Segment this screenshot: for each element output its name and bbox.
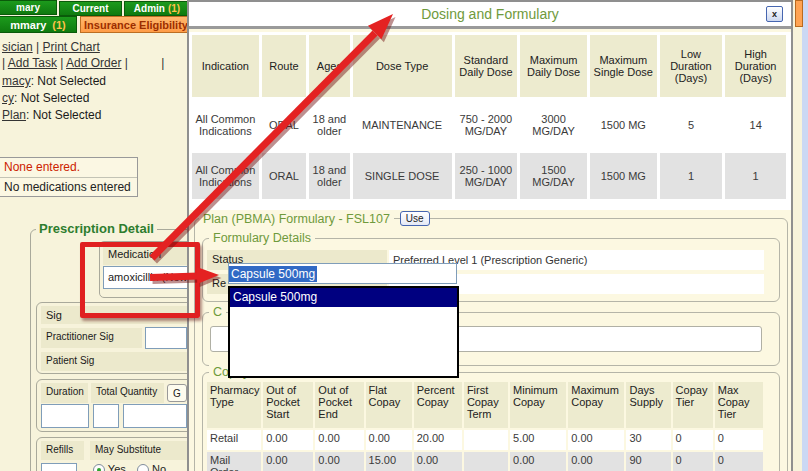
listbox-option[interactable]: Capsule 500mg — [230, 288, 457, 307]
col-header: Low Duration (Days) — [660, 35, 723, 97]
quantity-calc-button[interactable]: G — [167, 384, 187, 402]
practitioner-sig-input[interactable] — [145, 327, 187, 349]
formulary-details-legend: Formulary Details — [209, 231, 315, 245]
col-header: Out of Pocket End — [315, 382, 363, 428]
col-header: Out of Pocket Start — [263, 382, 313, 428]
chart-links-row1: sician | Print Chart — [2, 40, 100, 54]
col-header: Max Copay Tier — [715, 382, 763, 428]
substitute-no-radio[interactable] — [137, 464, 149, 471]
add-order-link[interactable]: Add Order — [66, 56, 121, 70]
duration-input[interactable] — [41, 404, 89, 428]
tab-summary[interactable]: mmary (1) — [0, 16, 77, 33]
dose-form-listbox: Capsule 500mg — [228, 286, 459, 378]
pharmacy-selection: macy: Not Selected — [2, 74, 106, 88]
tab-edge-fragment — [795, 0, 803, 27]
dosing-row-single-dose: All Common Indications ORAL 18 and older… — [192, 153, 786, 199]
duration-label: Duration — [41, 383, 88, 403]
combobox-selected-text: Capsule 500mg — [229, 266, 317, 282]
summary-count-badge: (1) — [52, 19, 65, 31]
tab-insurance-eligibility[interactable]: Insurance Eligibility — [80, 16, 192, 33]
close-icon[interactable]: x — [766, 6, 783, 22]
screen: mary Current Admin (1) mmary (1) Insuran… — [0, 0, 808, 471]
dose-form-combobox[interactable]: Capsule 500mg — [228, 263, 457, 284]
allergies-none-entered: None entered. — [0, 158, 137, 177]
may-substitute-label: May Substitute — [90, 441, 187, 460]
substitute-yes-radio[interactable] — [93, 464, 105, 471]
col-header: Dose Type — [353, 35, 452, 97]
patient-sig-label: Patient Sig — [41, 352, 187, 371]
plan-selection: Plan: Not Selected — [2, 108, 101, 122]
col-header: Ages — [309, 35, 349, 97]
copay-row-retail: Retail 0.00 0.00 0.00 20.00 5.00 0.00 30… — [207, 430, 763, 450]
practitioner-sig-label: Practitioner Sig — [41, 328, 142, 348]
col-header: Minimum Copay — [510, 382, 566, 428]
print-chart-link[interactable]: Print Chart — [43, 40, 100, 54]
dosing-table: Indication Route Ages Dose Type Standard… — [189, 32, 789, 202]
dosing-formulary-dialog: Dosing and Formulary x Indication Route … — [187, 0, 793, 471]
add-task-link[interactable]: Add Task — [8, 56, 57, 70]
medications-alert-box: None entered. No medications entered — [0, 157, 138, 197]
col-header: Copay Tier — [673, 382, 713, 428]
col-header: Pharmacy Type — [207, 382, 261, 428]
use-button[interactable]: Use — [400, 211, 430, 226]
dialog-title-bar: Dosing and Formulary — [189, 2, 791, 29]
policy-selection: cy: Not Selected — [2, 91, 89, 105]
no-medications-entered: No medications entered — [0, 177, 137, 196]
physician-link[interactable]: sician — [2, 40, 33, 54]
refills-input[interactable] — [41, 463, 77, 471]
chart-links-row2: | Add Task | Add Order | | — [2, 56, 164, 70]
coverage-legend: C — [209, 305, 226, 319]
total-quantity-unit-input[interactable] — [123, 404, 187, 428]
copay-table: Pharmacy Type Out of Pocket Start Out of… — [205, 380, 765, 471]
dialog-title: Dosing and Formulary — [421, 6, 559, 22]
plan-formulary-legend-row: Plan (PBMA) Formulary - FSL107Use — [199, 211, 430, 226]
col-header: Maximum Single Dose — [590, 35, 657, 97]
total-quantity-label: Total Quantity — [91, 383, 164, 403]
col-header: Percent Copay — [414, 382, 462, 428]
tab-admin[interactable]: Admin (1) — [124, 1, 190, 16]
col-header: High Duration (Days) — [725, 35, 786, 97]
admin-count-badge: (1) — [168, 3, 180, 14]
medication-highlight-rectangle — [80, 242, 200, 318]
policy-link[interactable]: cy — [2, 91, 14, 105]
prescription-detail-legend: Prescription Detail — [36, 221, 157, 236]
dosing-table-area: Indication Route Ages Dose Type Standard… — [189, 32, 791, 210]
tab-current[interactable]: Current — [59, 1, 122, 16]
col-header: Maximum Daily Dose — [520, 35, 587, 97]
plan-link[interactable]: Plan — [2, 108, 26, 122]
refills-label: Refills — [41, 441, 84, 460]
dosing-row-maintenance: All Common Indications ORAL 18 and older… — [192, 100, 786, 150]
col-header: Flat Copay — [366, 382, 412, 428]
col-header: Days Supply — [626, 382, 670, 428]
may-substitute-options: Yes No — [93, 463, 166, 471]
tab-summary-top[interactable]: mary — [0, 0, 57, 15]
page-scrollbar[interactable] — [802, 0, 808, 471]
col-header: Maximum Copay — [568, 382, 624, 428]
col-header: First Copay Term — [464, 382, 508, 428]
plan-formulary-legend: Plan (PBMA) Formulary - FSL107 — [199, 212, 394, 226]
copay-row-mail-order: Mail Order 0.00 0.00 15.00 0.00 0.00 0.0… — [207, 452, 763, 471]
pharmacy-link[interactable]: macy — [2, 74, 31, 88]
col-header: Indication — [192, 35, 259, 97]
col-header: Standard Daily Dose — [455, 35, 518, 97]
col-header: Route — [262, 35, 306, 97]
total-quantity-input[interactable] — [93, 404, 119, 428]
